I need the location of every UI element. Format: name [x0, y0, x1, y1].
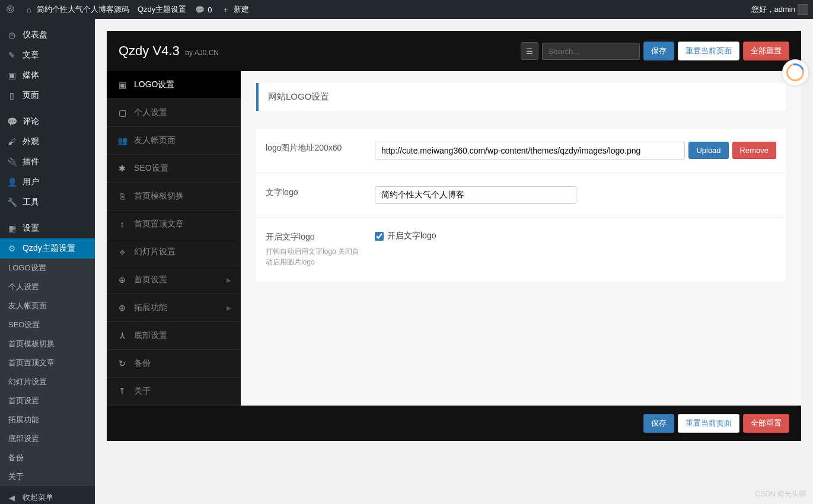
text-logo-input[interactable] — [375, 186, 576, 204]
remove-button[interactable]: Remove — [732, 142, 776, 159]
wp-submenu-item-4[interactable]: 首页模板切换 — [0, 334, 95, 353]
menu-label: 用户 — [23, 177, 39, 187]
form-row-logo-url: logo图片地址200x60 Upload Remove — [256, 129, 786, 173]
nav-icon: ▢ — [116, 108, 128, 117]
chevron-right-icon: ▶ — [227, 277, 231, 283]
wp-menu-item-9[interactable]: ▦设置 — [0, 218, 95, 238]
theme-nav-item-6[interactable]: ⎆幻灯片设置 — [107, 238, 241, 266]
toggle-layout-button[interactable]: ☰ — [521, 42, 538, 60]
theme-author: by AJ0.CN — [185, 49, 219, 57]
menu-label: 仪表盘 — [23, 30, 47, 40]
theme-nav-item-4[interactable]: ⎘首页模板切换 — [107, 183, 241, 210]
theme-nav-item-7[interactable]: ⊕首页设置▶ — [107, 266, 241, 294]
nav-icon: ⎆ — [116, 247, 128, 257]
wp-submenu-item-11[interactable]: 关于 — [0, 467, 95, 486]
new-link[interactable]: +新建 — [221, 4, 249, 15]
enable-text-logo-help: 打钩自动启用文字logo 关闭自动启用图片logo — [266, 246, 365, 267]
wp-submenu-item-1[interactable]: 个人设置 — [0, 277, 95, 296]
wp-menu-item-1[interactable]: ✎文章 — [0, 45, 95, 65]
wp-logo[interactable]: ⓦ — [5, 4, 15, 15]
collapse-menu[interactable]: ◀ 收起菜单 — [0, 486, 95, 504]
wp-submenu-item-0[interactable]: LOGO设置 — [0, 259, 95, 277]
theme-nav-item-0[interactable]: ▣LOGO设置 — [107, 71, 241, 99]
wordpress-icon: ⓦ — [5, 4, 15, 15]
account-link[interactable]: 您好，admin — [751, 4, 808, 15]
wp-submenu-item-10[interactable]: 备份 — [0, 448, 95, 467]
theme-settings-link[interactable]: Qzdy主题设置 — [138, 4, 186, 15]
wp-menu-item-3[interactable]: ▯页面 — [0, 85, 95, 106]
chevron-right-icon: ▶ — [227, 305, 231, 311]
wp-submenu-item-2[interactable]: 友人帐页面 — [0, 296, 95, 315]
wp-submenu-item-6[interactable]: 幻灯片设置 — [0, 372, 95, 391]
wp-admin-sidebar: ◷仪表盘✎文章▣媒体▯页面💬评论🖌外观🔌插件👤用户🔧工具▦设置⚙Qzdy主题设置… — [0, 19, 95, 504]
menu-icon: 👤 — [6, 177, 18, 187]
reset-all-button-top[interactable]: 全部重置 — [743, 42, 789, 60]
reset-all-button-bottom[interactable]: 全部重置 — [743, 414, 789, 433]
nav-icon: ⎘ — [116, 192, 128, 201]
wp-submenu-item-8[interactable]: 拓展功能 — [0, 410, 95, 429]
wp-menu-item-0[interactable]: ◷仪表盘 — [0, 25, 95, 45]
site-link[interactable]: ⌂简约个性大气个人博客源码 — [24, 4, 129, 15]
reset-page-button-top[interactable]: 重置当前页面 — [678, 42, 739, 60]
enable-text-logo-checkbox[interactable] — [375, 232, 384, 241]
wp-menu-item-2[interactable]: ▣媒体 — [0, 65, 95, 85]
nav-icon: ⅄ — [116, 331, 128, 340]
wp-submenu-item-7[interactable]: 首页设置 — [0, 391, 95, 410]
comments-link[interactable]: 💬0 — [195, 5, 212, 14]
text-logo-label: 文字logo — [266, 187, 298, 197]
nav-icon: ✱ — [116, 164, 128, 173]
nav-label: 个人设置 — [134, 107, 167, 118]
reset-page-button-bottom[interactable]: 重置当前页面 — [678, 414, 739, 433]
theme-nav-item-9[interactable]: ⅄底部设置 — [107, 322, 241, 350]
theme-nav-item-8[interactable]: ⊕拓展功能▶ — [107, 294, 241, 322]
nav-label: 首页置顶文章 — [134, 219, 184, 229]
enable-text-logo-checkbox-wrap[interactable]: 开启文字logo — [375, 231, 436, 241]
nav-label: 首页设置 — [134, 275, 167, 285]
theme-nav-item-3[interactable]: ✱SEO设置 — [107, 155, 241, 183]
collapse-icon: ◀ — [6, 493, 18, 502]
menu-label: 插件 — [23, 157, 39, 167]
nav-label: SEO设置 — [134, 163, 168, 174]
logo-url-input[interactable] — [375, 142, 685, 160]
avatar — [798, 4, 808, 15]
wp-submenu-item-9[interactable]: 底部设置 — [0, 429, 95, 448]
menu-label: 文章 — [23, 50, 39, 60]
theme-nav-item-1[interactable]: ▢个人设置 — [107, 99, 241, 127]
nav-label: LOGO设置 — [134, 79, 174, 90]
search-input[interactable] — [542, 43, 640, 60]
menu-icon: ▯ — [6, 91, 18, 100]
menu-label: 媒体 — [23, 70, 39, 81]
section-title: 网站LOGO设置 — [256, 83, 786, 111]
save-button-bottom[interactable]: 保存 — [643, 414, 674, 433]
wp-submenu-item-3[interactable]: SEO设置 — [0, 315, 95, 334]
nav-label: 备份 — [134, 358, 151, 369]
wp-menu-item-7[interactable]: 👤用户 — [0, 172, 95, 192]
upload-button[interactable]: Upload — [688, 142, 728, 159]
menu-icon: ▦ — [6, 224, 18, 233]
theme-nav-item-10[interactable]: ↻备份 — [107, 350, 241, 378]
theme-title: Qzdy V4.3 — [119, 43, 180, 58]
theme-footer: 保存 重置当前页面 全部重置 — [107, 406, 801, 441]
nav-icon: 👥 — [116, 136, 128, 145]
menu-icon: 🖌 — [6, 137, 18, 146]
save-button-top[interactable]: 保存 — [643, 42, 674, 60]
wp-menu-item-10[interactable]: ⚙Qzdy主题设置 — [0, 238, 95, 259]
wp-menu-item-5[interactable]: 🖌外观 — [0, 132, 95, 152]
theme-settings-nav: ▣LOGO设置▢个人设置👥友人帐页面✱SEO设置⎘首页模板切换↕首页置顶文章⎆幻… — [107, 71, 241, 406]
theme-nav-item-2[interactable]: 👥友人帐页面 — [107, 127, 241, 155]
wp-menu-item-6[interactable]: 🔌插件 — [0, 152, 95, 172]
nav-icon: ↻ — [116, 359, 128, 368]
nav-label: 底部设置 — [134, 330, 167, 341]
menu-icon: ◷ — [6, 30, 18, 40]
nav-icon: ⊕ — [116, 303, 128, 312]
wp-menu-item-8[interactable]: 🔧工具 — [0, 192, 95, 212]
theme-nav-item-5[interactable]: ↕首页置顶文章 — [107, 210, 241, 238]
new-label: 新建 — [234, 4, 249, 15]
collapse-label: 收起菜单 — [23, 492, 53, 503]
menu-label: 设置 — [23, 223, 39, 234]
wp-menu-item-4[interactable]: 💬评论 — [0, 111, 95, 132]
theme-nav-item-11[interactable]: ⤒关于 — [107, 378, 241, 406]
form-row-enable-text-logo: 开启文字logo 打钩自动启用文字logo 关闭自动启用图片logo 开启文字l… — [256, 218, 786, 282]
nav-icon: ⊕ — [116, 275, 128, 285]
wp-submenu-item-5[interactable]: 首页置顶文章 — [0, 353, 95, 372]
